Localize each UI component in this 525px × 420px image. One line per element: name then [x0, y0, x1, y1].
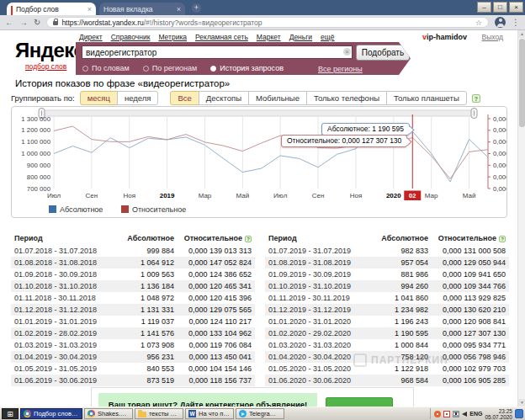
- absolute-cell: 956 231: [114, 351, 178, 363]
- language-indicator[interactable]: ENG: [469, 411, 482, 417]
- relative-cell: 0,000 124 110 217: [178, 316, 255, 327]
- wordstat-link[interactable]: подбор слов: [25, 62, 66, 71]
- show-desktop-icon[interactable]: [515, 409, 523, 418]
- new-tab-button[interactable]: +: [192, 3, 201, 13]
- col-header: Абсолютное: [368, 231, 432, 245]
- taskbar-item-label: Подбор слов - Google ...: [34, 410, 79, 417]
- alert-tray-icon[interactable]: [443, 411, 450, 417]
- tab-wordstat[interactable]: Подбор слов ×: [7, 3, 96, 15]
- absolute-cell: 1 141 576: [114, 327, 178, 339]
- taskbar-item[interactable]: тексты для Шакес: [135, 408, 183, 419]
- relative-cell: 0,000 120 465 341: [178, 280, 255, 292]
- scroll-down-icon[interactable]: ▼: [518, 399, 525, 407]
- history-row: 01.01.2019 - 31.01.20191 119 0370,000 12…: [11, 316, 255, 327]
- chrome-icon: [24, 410, 31, 417]
- volume-tray-icon[interactable]: [462, 412, 467, 417]
- svg-text:Мар: Мар: [425, 192, 438, 199]
- scroll-up-icon[interactable]: ▲: [518, 30, 525, 38]
- history-row: 01.09.2019 - 30.09.2019881 9860,000 109 …: [265, 268, 509, 280]
- tab-close-icon[interactable]: ×: [88, 5, 92, 13]
- clock-date: 05.07.2020: [485, 414, 512, 420]
- minimize-button[interactable]: –: [477, 2, 491, 13]
- history-row: 01.06.2020 - 30.06.2020968 5840,000 106 …: [265, 375, 509, 386]
- submit-button[interactable]: Подобрать: [356, 45, 410, 61]
- back-icon[interactable]: ←: [5, 17, 13, 29]
- tab-close-icon[interactable]: ×: [177, 5, 181, 13]
- relative-cell: 0,000 119 706 084: [178, 339, 255, 351]
- history-row: 01.03.2019 - 31.03.20191 073 9080,000 11…: [11, 339, 255, 351]
- bookmark-star-icon[interactable]: ☆: [475, 19, 482, 27]
- history-row: 01.11.2019 - 30.11.20191 041 8600,000 11…: [265, 292, 509, 304]
- relative-cell: 0,000 113 450 041: [178, 351, 255, 363]
- taskbar-item-label: Telegram (383): [249, 410, 281, 417]
- ad-banner: Ваш товар ищут? Дайте контекстное объявл…: [91, 387, 414, 407]
- svg-text:0,000 160: 0,000 160: [493, 115, 506, 123]
- history-row: 01.07.2018 - 31.07.2018999 8840,000 139 …: [11, 245, 255, 257]
- start-button[interactable]: ⊞: [2, 408, 19, 419]
- nav-link[interactable]: Справочник: [111, 33, 151, 41]
- ad-cta-button[interactable]: [326, 397, 393, 407]
- search-mode[interactable]: История запросов: [210, 64, 284, 72]
- group-tab-неделя[interactable]: неделя: [117, 91, 159, 105]
- scrollbar-thumb[interactable]: [519, 39, 525, 127]
- clear-input-icon[interactable]: ×: [343, 48, 351, 56]
- page-scrollbar[interactable]: ▲ ▼: [517, 30, 525, 407]
- absolute-cell: 968 584: [368, 375, 432, 386]
- help-icon[interactable]: ?: [245, 236, 252, 242]
- radio-icon: [143, 66, 149, 72]
- taskbar-item[interactable]: Подбор слов - Google ...: [20, 408, 82, 419]
- radio-icon: [82, 66, 88, 72]
- range-slider-track[interactable]: [41, 110, 475, 116]
- device-tab-мобильные[interactable]: Мобильные: [248, 91, 307, 105]
- user-login[interactable]: vip-hamidov: [422, 33, 467, 41]
- nav-link[interactable]: ещё: [321, 33, 334, 41]
- close-button[interactable]: ×: [509, 2, 523, 13]
- device-tab-только-планшеты[interactable]: Только планшеты: [386, 91, 467, 105]
- svg-text:700 000: 700 000: [27, 185, 51, 193]
- col-header: Относительное?: [178, 231, 255, 245]
- tab-title: Новая вкладка: [103, 5, 173, 13]
- help-icon[interactable]: ?: [499, 236, 506, 242]
- maximize-button[interactable]: □: [493, 2, 507, 13]
- device-tab-все[interactable]: Все: [170, 91, 199, 105]
- period-cell: 01.02.2019 - 28.02.2019: [11, 327, 114, 339]
- wordstat-favicon: [11, 6, 13, 13]
- browser-menu-icon[interactable]: ⋮: [512, 18, 520, 27]
- taskbar-item[interactable]: На что полить с конт...: [185, 408, 234, 419]
- search-mode[interactable]: По регионам: [143, 64, 197, 72]
- absolute-cell: 840 553: [114, 363, 178, 375]
- history-row: 01.11.2018 - 30.11.20181 048 9720,000 12…: [11, 292, 255, 304]
- svg-text:0,000 060: 0,000 060: [493, 173, 506, 181]
- taskbar-item[interactable]: Shakes.pro - Offerhem ...: [84, 408, 133, 419]
- logout-link[interactable]: Выход: [482, 33, 503, 41]
- help-icon[interactable]: ?: [472, 94, 480, 103]
- reload-icon[interactable]: ↻: [34, 17, 40, 29]
- taskbar-item[interactable]: Telegram (383): [236, 408, 284, 419]
- all-regions-link[interactable]: Все регионы: [318, 65, 363, 73]
- profile-avatar[interactable]: [495, 17, 506, 28]
- forward-icon[interactable]: →: [19, 17, 28, 29]
- nav-link[interactable]: Деньги: [289, 33, 312, 41]
- history-row: 01.09.2018 - 30.09.20181 009 5630,000 12…: [11, 268, 255, 280]
- search-mode[interactable]: По словам: [82, 64, 130, 72]
- history-row: 01.03.2020 - 31.03.20201 000 8440,000 09…: [265, 339, 509, 351]
- history-row: 01.10.2018 - 31.10.20181 136 1840,000 12…: [11, 280, 255, 292]
- device-tab-только-телефоны[interactable]: Только телефоны: [306, 91, 387, 105]
- absolute-cell: 1 009 563: [114, 268, 178, 280]
- absolute-cell: 1 041 860: [368, 292, 432, 304]
- period-cell: 01.06.2020 - 30.06.2020: [265, 375, 368, 386]
- tab-new[interactable]: Новая вкладка ×: [99, 3, 185, 15]
- nav-link[interactable]: Рекламная сеть: [195, 33, 248, 41]
- yandex-logo[interactable]: Яндекс: [15, 39, 84, 62]
- nav-link[interactable]: Метрика: [158, 33, 187, 41]
- browser-tray-icon[interactable]: [434, 411, 441, 417]
- tray-icons: [434, 411, 467, 417]
- device-tab-десктопы[interactable]: Десктопы: [199, 91, 249, 105]
- folder-icon: [138, 412, 146, 417]
- search-input[interactable]: [82, 45, 353, 59]
- group-tab-месяц[interactable]: месяц: [80, 91, 118, 105]
- relative-cell: 0,000 120 908 841: [432, 316, 509, 327]
- url-field[interactable]: https://wordstat.yandex.ru/#!/history?wo…: [46, 17, 489, 28]
- svg-text:1 100 000: 1 100 000: [21, 138, 50, 146]
- nav-link[interactable]: Маркет: [257, 33, 281, 41]
